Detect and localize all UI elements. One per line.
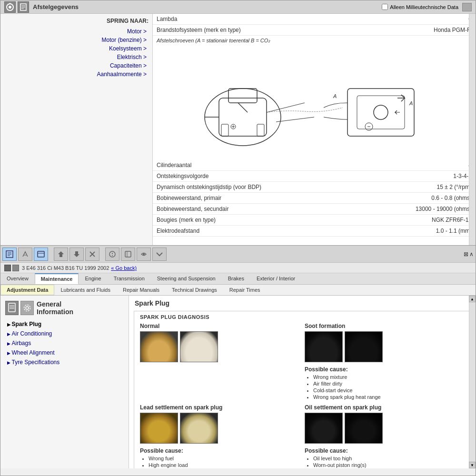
top-left-sidebar: SPRING NAAR: Motor > Motor (benzine) > K… bbox=[0, 14, 153, 247]
nav-motor-benzine[interactable]: Motor (benzine) > bbox=[4, 36, 149, 44]
scroll-up-arrow[interactable]: ▲ bbox=[469, 296, 476, 302]
toolbar: ⊠ ∧ bbox=[0, 246, 476, 263]
normal-column: Normal bbox=[140, 323, 300, 400]
tab-engine[interactable]: Engine bbox=[79, 273, 107, 284]
breadcrumb-text: 3 E46 316 Ci M43 B16 TU 1999 2002 bbox=[22, 265, 109, 271]
toolbar-btn-9[interactable] bbox=[137, 248, 151, 261]
toolbar-btn-7[interactable] bbox=[105, 248, 119, 261]
tab-row-2: Adjustment Data Lubricants and Fluids Re… bbox=[0, 285, 476, 296]
tab-repair-manuals[interactable]: Repair Manuals bbox=[117, 285, 166, 295]
top-scrollbar[interactable] bbox=[469, 14, 476, 247]
tab-lubricants[interactable]: Lubricants and Fluids bbox=[54, 285, 117, 295]
svg-marker-33 bbox=[58, 251, 64, 254]
row-value: 4 bbox=[314, 160, 476, 171]
nav-motor[interactable]: Motor > bbox=[4, 27, 149, 36]
tab-technical[interactable]: Technical Drawings bbox=[166, 285, 223, 295]
table-row: Cilinderaantal 4 bbox=[153, 160, 476, 171]
nav-aanhaal[interactable]: Aanhaalmomente > bbox=[4, 70, 149, 79]
toolbar-right: ⊠ ∧ bbox=[464, 251, 474, 258]
row-label: Bobineweerstand, primair bbox=[153, 193, 314, 204]
cause-item: Worn-out piston ring(s) bbox=[313, 462, 465, 468]
toolbar-btn-1[interactable] bbox=[2, 248, 17, 261]
diagram-area: A A bbox=[153, 46, 476, 160]
breadcrumb-icon-1 bbox=[4, 265, 11, 271]
row-label: Elektrodeafstand bbox=[153, 226, 314, 237]
tab-transmission[interactable]: Transmission bbox=[108, 273, 151, 284]
soot-img-1 bbox=[305, 331, 343, 362]
toolbar-btn-5[interactable] bbox=[69, 248, 84, 261]
top-data-table: Lambda 0 Brandstofsysteem (merk en type)… bbox=[153, 14, 476, 36]
milieu-checkbox[interactable] bbox=[382, 4, 388, 10]
table-row: Bobineweerstand, secundair 13000 - 19000… bbox=[153, 204, 476, 215]
svg-point-40 bbox=[112, 255, 113, 256]
row-value: 1.0 - 1.1 (mm) bbox=[314, 226, 476, 237]
toolbar-btn-2[interactable] bbox=[18, 248, 32, 261]
nav-capaciteiten[interactable]: Capaciteiten > bbox=[4, 61, 149, 70]
row-value: 0.6 - 0.8 (ohms) bbox=[314, 193, 476, 204]
lead-img-1 bbox=[140, 413, 178, 444]
toolbar-btn-10[interactable] bbox=[152, 248, 167, 261]
go-back-link[interactable]: « Go back) bbox=[111, 265, 137, 271]
row-label: Brandstofsysteem (merk en type) bbox=[153, 25, 314, 36]
tab-brakes[interactable]: Brakes bbox=[222, 273, 250, 284]
cause-item: High engine load bbox=[149, 462, 300, 468]
tab-exterior[interactable]: Exterior / Interior bbox=[250, 273, 301, 284]
oil-img-1 bbox=[305, 413, 343, 444]
diagnosis-grid-row1: Normal Soot formation Possible bbox=[140, 323, 465, 400]
normal-img-2 bbox=[180, 331, 218, 362]
nav-tyre-specs[interactable]: Tyre Specifications bbox=[5, 357, 124, 367]
svg-rect-31 bbox=[38, 251, 44, 257]
row-value: NGK ZFR6F-11 bbox=[314, 215, 476, 226]
bottom-data-table: Cilinderaantal 4 Ontstekingsvolgorde 1-3… bbox=[153, 160, 476, 237]
svg-text:A: A bbox=[409, 100, 413, 106]
app-icon-2 bbox=[18, 1, 29, 13]
section-title: Spark Plug bbox=[129, 296, 476, 309]
nav-koelsysteem[interactable]: Koelsysteem > bbox=[4, 44, 149, 53]
breadcrumb-icons bbox=[4, 265, 19, 271]
toolbar-btn-8[interactable] bbox=[121, 248, 135, 261]
table-row: Brandstofsysteem (merk en type) Honda PG… bbox=[153, 25, 476, 36]
tab-maintenance[interactable]: Maintenance bbox=[35, 273, 79, 284]
nav-air-conditioning[interactable]: Air Conditioning bbox=[5, 329, 124, 338]
soot-col-title: Soot formation bbox=[305, 323, 465, 329]
app-icon-1 bbox=[4, 1, 16, 13]
oil-cause-title: Possible cause: bbox=[305, 447, 465, 454]
toolbar-btn-6[interactable] bbox=[85, 248, 99, 261]
table-row: Lambda 0 bbox=[153, 14, 476, 25]
bottom-left-panel: GeneralInformation Spark Plug Air Condit… bbox=[0, 296, 129, 468]
nav-elektrisch[interactable]: Elektrisch > bbox=[4, 53, 149, 61]
oil-col-title: Oil settlement on spark plug bbox=[305, 404, 465, 411]
breadcrumb-icon-2 bbox=[12, 265, 19, 271]
breadcrumb-bar: 3 E46 316 Ci M43 B16 TU 1999 2002 « Go b… bbox=[0, 263, 476, 273]
resize-icon: ⊠ bbox=[464, 251, 468, 258]
oil-causes: Oil level too high Worn-out piston ring(… bbox=[313, 455, 465, 468]
top-right-content: Lambda 0 Brandstofsysteem (merk en type)… bbox=[153, 14, 476, 247]
nav-wheel-alignment[interactable]: Wheel Alignment bbox=[5, 348, 124, 357]
normal-img-1 bbox=[140, 331, 178, 362]
scroll-down-arrow[interactable]: ▼ bbox=[469, 462, 476, 468]
cause-item: Wrong fuel bbox=[149, 455, 300, 462]
toolbar-btn-4[interactable] bbox=[54, 248, 68, 261]
tab-overview[interactable]: Overview bbox=[0, 273, 35, 284]
top-window: Afstelgegevens Alleen Millieutechnische … bbox=[0, 0, 476, 248]
top-titlebar: Afstelgegevens Alleen Millieutechnische … bbox=[0, 0, 476, 14]
expand-icon: ∧ bbox=[469, 251, 474, 258]
lead-column: Lead settlement on spark plug Possible c… bbox=[140, 404, 300, 468]
svg-rect-36 bbox=[75, 251, 78, 254]
oil-img-2 bbox=[345, 413, 383, 444]
toolbar-btn-3[interactable] bbox=[34, 248, 48, 261]
tab-adjustment[interactable]: Adjustment Data bbox=[0, 285, 54, 295]
row-label: Lambda bbox=[153, 14, 314, 25]
bottom-window: ⊠ ∧ 3 E46 316 Ci M43 B16 TU 1999 2002 « … bbox=[0, 245, 476, 476]
row-label: Dynamisch ontstekingstijdstip (voor BDP) bbox=[153, 182, 314, 193]
svg-point-49 bbox=[24, 305, 30, 311]
nav-spark-plug[interactable]: Spark Plug bbox=[5, 319, 124, 329]
help-icon-btn[interactable] bbox=[462, 3, 472, 11]
row-label: Cilinderaantal bbox=[153, 160, 314, 171]
bottom-main-content: GeneralInformation Spark Plug Air Condit… bbox=[0, 296, 476, 468]
nav-airbags[interactable]: Airbags bbox=[5, 338, 124, 348]
tab-row-1: Overview Maintenance Engine Transmission… bbox=[0, 273, 476, 285]
bottom-scrollbar[interactable]: ▲ ▼ bbox=[469, 296, 476, 468]
tab-repair-times[interactable]: Repair Times bbox=[223, 285, 267, 295]
tab-steering[interactable]: Steering and Suspension bbox=[151, 273, 222, 284]
